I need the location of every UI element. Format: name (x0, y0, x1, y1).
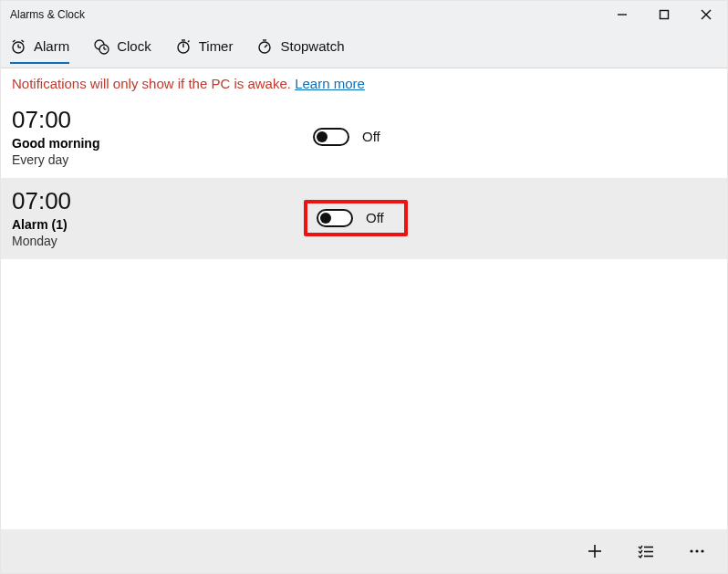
alarm-row[interactable]: 07:00 Alarm (1) Monday Off (1, 178, 727, 259)
alarm-toggle[interactable] (317, 209, 353, 227)
titlebar: Alarms & Clock (1, 1, 727, 28)
tab-alarm[interactable]: Alarm (10, 33, 69, 64)
minimize-button[interactable] (601, 1, 643, 28)
tab-alarm-label: Alarm (34, 38, 69, 54)
alarm-toggle[interactable] (313, 128, 349, 146)
window-controls (601, 1, 727, 28)
notifications-warning: Notifications will only show if the PC i… (1, 68, 727, 97)
tab-timer-label: Timer (199, 38, 234, 54)
svg-line-7 (13, 40, 16, 42)
alarm-icon (10, 38, 26, 55)
stopwatch-icon (256, 38, 273, 55)
svg-line-16 (188, 40, 190, 42)
tab-clock[interactable]: Clock (93, 33, 151, 64)
tab-timer[interactable]: Timer (175, 33, 234, 64)
alarm-time: 07:00 (12, 187, 304, 215)
toggle-knob (317, 131, 328, 142)
add-alarm-button[interactable] (585, 541, 605, 561)
alarm-info: 07:00 Good morning Every day (12, 106, 304, 167)
alarm-list: 07:00 Good morning Every day Off 07:00 A… (1, 97, 727, 259)
alarm-toggle-wrap: Off (304, 122, 390, 151)
command-bar (1, 529, 727, 573)
alarm-days: Monday (12, 234, 304, 248)
toggle-knob (320, 213, 331, 224)
tab-clock-label: Clock (117, 38, 151, 54)
tabbar: Alarm Clock Timer Stopwatch (1, 28, 727, 68)
alarm-name: Alarm (1) (12, 217, 304, 232)
svg-line-8 (22, 40, 25, 42)
tab-stopwatch[interactable]: Stopwatch (256, 33, 344, 64)
maximize-button[interactable] (643, 1, 685, 28)
svg-line-18 (265, 45, 267, 47)
alarm-days: Every day (12, 152, 304, 167)
timer-icon (175, 38, 192, 55)
close-button[interactable] (685, 1, 727, 28)
notifications-warning-text: Notifications will only show if the PC i… (12, 76, 295, 91)
alarm-toggle-label: Off (362, 129, 380, 144)
select-alarms-button[interactable] (636, 541, 656, 561)
alarm-row[interactable]: 07:00 Good morning Every day Off (1, 97, 727, 178)
alarm-time: 07:00 (12, 106, 304, 134)
tab-stopwatch-label: Stopwatch (280, 38, 344, 54)
svg-point-27 (701, 549, 703, 552)
more-button[interactable] (687, 541, 707, 561)
svg-point-25 (690, 549, 692, 552)
alarm-toggle-highlight: Off (304, 200, 408, 236)
window-title: Alarms & Clock (10, 8, 85, 21)
learn-more-link[interactable]: Learn more (295, 76, 365, 91)
svg-point-26 (695, 549, 698, 552)
svg-rect-1 (660, 11, 669, 19)
clock-icon (93, 38, 109, 55)
alarm-name: Good morning (12, 136, 304, 151)
alarm-info: 07:00 Alarm (1) Monday (12, 187, 304, 248)
alarm-toggle-label: Off (366, 210, 384, 225)
